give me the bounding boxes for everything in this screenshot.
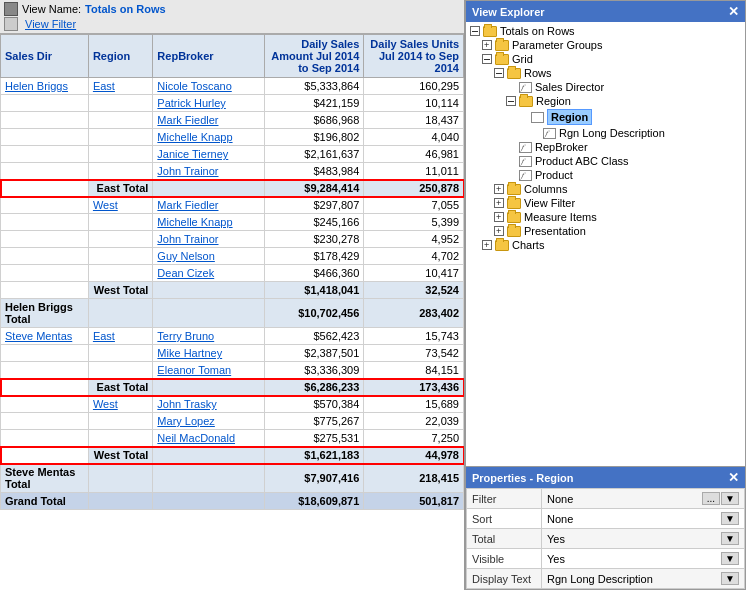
props-dropdown-button[interactable]: ▼ (721, 532, 739, 545)
props-row-value[interactable]: Yes▼ (542, 529, 745, 549)
expand-icon[interactable] (470, 26, 480, 36)
props-ellipsis-button[interactable]: ... (702, 492, 720, 505)
ve-item-label: Region (547, 109, 592, 125)
expand-icon[interactable] (494, 226, 504, 236)
expand-icon[interactable] (494, 198, 504, 208)
col-header-salesdir[interactable]: Sales Dir (1, 35, 89, 78)
ve-tree-item[interactable]: Rows (466, 66, 745, 80)
cell-repbroker[interactable]: Terry Bruno (153, 328, 264, 345)
props-row-value[interactable]: None▼ (542, 509, 745, 529)
ve-tree-item[interactable]: Grid (466, 52, 745, 66)
ve-item-label: Product (535, 169, 573, 181)
cell-repbroker[interactable]: Dean Cizek (153, 265, 264, 282)
cell-amount: $570,384 (264, 396, 364, 413)
cell-repbroker[interactable]: Nicole Toscano (153, 78, 264, 95)
props-row-value[interactable]: Yes▼ (542, 549, 745, 569)
table-row: West Total$1,621,18344,978 (1, 447, 464, 464)
folder-icon (507, 184, 521, 195)
ve-tree-item[interactable]: View Filter (466, 196, 745, 210)
folder-icon (495, 54, 509, 65)
cell-amount: $562,423 (264, 328, 364, 345)
props-dropdown-button[interactable]: ▼ (721, 512, 739, 525)
ve-header: View Explorer ✕ (466, 1, 745, 22)
cell-repbroker[interactable]: Guy Nelson (153, 248, 264, 265)
table-row: East Total$9,284,414250,878 (1, 180, 464, 197)
cell-units: 4,952 (364, 231, 464, 248)
ve-tree-item[interactable]: Charts (466, 238, 745, 252)
cell-units: 5,399 (364, 214, 464, 231)
cell-repbroker[interactable]: Mike Hartney (153, 345, 264, 362)
cell-region[interactable]: West (88, 396, 152, 413)
cell-repbroker[interactable]: Neil MacDonald (153, 430, 264, 447)
props-row-value[interactable]: Rgn Long Description▼ (542, 569, 745, 589)
cell-repbroker[interactable]: Michelle Knapp (153, 214, 264, 231)
ve-tree-item[interactable]: 𝑓Rgn Long Description (466, 126, 745, 140)
ve-close-button[interactable]: ✕ (728, 4, 739, 19)
cell-amount: $297,807 (264, 197, 364, 214)
cell-repbroker[interactable]: John Trainor (153, 231, 264, 248)
col-header-repbroker[interactable]: RepBroker (153, 35, 264, 78)
cell-amount: $1,621,183 (264, 447, 364, 464)
ve-item-label: Presentation (524, 225, 586, 237)
table-row: WestMark Fiedler$297,8077,055 (1, 197, 464, 214)
props-dropdown-button[interactable]: ▼ (721, 572, 739, 585)
expand-icon[interactable] (506, 96, 516, 106)
ve-tree-item[interactable]: Presentation (466, 224, 745, 238)
props-value-text: None (547, 493, 700, 505)
expand-icon[interactable] (494, 68, 504, 78)
ve-tree-item[interactable]: Region (466, 108, 745, 126)
ve-tree-item[interactable]: Parameter Groups (466, 38, 745, 52)
cell-region (88, 231, 152, 248)
cell-salesdir (1, 362, 89, 379)
table-row: Neil MacDonald$275,5317,250 (1, 430, 464, 447)
props-dropdown-button[interactable]: ▼ (721, 552, 739, 565)
col-header-sales-amt[interactable]: Daily Sales Amount Jul 2014 to Sep 2014 (264, 35, 364, 78)
view-filter-label[interactable]: View Filter (25, 18, 76, 30)
ve-tree-item[interactable]: Columns (466, 182, 745, 196)
cell-repbroker[interactable]: Janice Tierney (153, 146, 264, 163)
props-close-button[interactable]: ✕ (728, 470, 739, 485)
expand-icon[interactable] (494, 212, 504, 222)
cell-repbroker[interactable]: Mark Fiedler (153, 112, 264, 129)
cell-units: 15,743 (364, 328, 464, 345)
ve-tree-item[interactable]: 𝑓Product ABC Class (466, 154, 745, 168)
cell-region (88, 413, 152, 430)
ve-tree-item[interactable]: 𝑓Product (466, 168, 745, 182)
cell-region[interactable]: East (88, 78, 152, 95)
cell-region: West Total (88, 282, 152, 299)
cell-salesdir[interactable]: Helen Briggs (1, 78, 89, 95)
cell-repbroker[interactable]: Eleanor Toman (153, 362, 264, 379)
folder-icon (519, 96, 533, 107)
cell-amount: $466,360 (264, 265, 364, 282)
cell-repbroker[interactable]: John Trasky (153, 396, 264, 413)
cell-repbroker[interactable]: Michelle Knapp (153, 129, 264, 146)
ve-tree-item[interactable]: 𝑓Sales Director (466, 80, 745, 94)
cell-repbroker[interactable]: John Trainor (153, 163, 264, 180)
cell-repbroker (153, 282, 264, 299)
ve-tree-item[interactable]: Totals on Rows (466, 24, 745, 38)
expand-icon[interactable] (482, 40, 492, 50)
table-row: Mary Lopez$775,26722,039 (1, 413, 464, 430)
cell-units: 32,524 (364, 282, 464, 299)
cell-repbroker[interactable]: Mark Fiedler (153, 197, 264, 214)
cell-repbroker[interactable]: Patrick Hurley (153, 95, 264, 112)
ve-tree-item[interactable]: Measure Items (466, 210, 745, 224)
cell-repbroker[interactable]: Mary Lopez (153, 413, 264, 430)
expand-icon[interactable] (482, 240, 492, 250)
col-header-sales-units[interactable]: Daily Sales Units Jul 2014 to Sep 2014 (364, 35, 464, 78)
cell-units: 10,417 (364, 265, 464, 282)
col-header-region[interactable]: Region (88, 35, 152, 78)
props-row-value[interactable]: None...▼ (542, 489, 745, 509)
props-dropdown-button[interactable]: ▼ (721, 492, 739, 505)
expand-icon[interactable] (494, 184, 504, 194)
cell-amount: $2,161,637 (264, 146, 364, 163)
ve-tree-item[interactable]: Region (466, 94, 745, 108)
cell-repbroker (153, 493, 264, 510)
ve-tree-item[interactable]: 𝑓RepBroker (466, 140, 745, 154)
cell-salesdir[interactable]: Steve Mentas (1, 328, 89, 345)
cell-region (88, 146, 152, 163)
expand-icon[interactable] (482, 54, 492, 64)
cell-amount: $686,968 (264, 112, 364, 129)
cell-region[interactable]: West (88, 197, 152, 214)
cell-region[interactable]: East (88, 328, 152, 345)
